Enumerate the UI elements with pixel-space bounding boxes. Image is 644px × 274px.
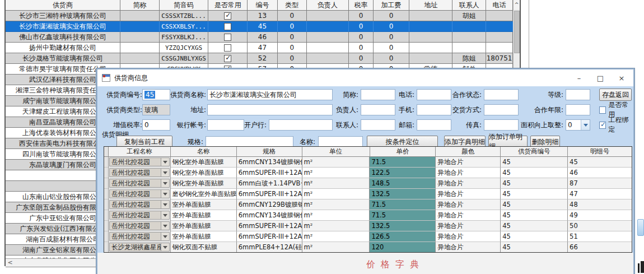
project-combobox[interactable]: 岳州北控花园: [109, 189, 170, 198]
chevron-down-icon[interactable]: [161, 222, 169, 230]
list-horizontal-scrollbar[interactable]: <: [6, 258, 99, 267]
chevron-down-icon[interactable]: [161, 211, 169, 219]
project-combobox[interactable]: 岳州北控花园: [109, 232, 170, 241]
checkbox-checked-icon[interactable]: [224, 12, 231, 20]
chevron-down-icon[interactable]: [161, 243, 169, 251]
grid-header-detail-no[interactable]: 明细号: [568, 147, 632, 157]
detail-grid-row[interactable]: 岳州北控花园室外单面贴膜6mmSUPER-III+12A(硅...m²126.5…: [104, 231, 632, 242]
scrollbar-thumb[interactable]: [514, 11, 520, 53]
grid-header-color[interactable]: 颜色: [436, 147, 501, 157]
area-round-up-combobox[interactable]: 0: [566, 119, 590, 131]
checkbox-icon[interactable]: [224, 23, 231, 30]
supplier-type-input[interactable]: 玻璃: [142, 104, 170, 115]
checkbox-icon[interactable]: [224, 44, 231, 52]
chevron-down-icon[interactable]: [161, 233, 169, 240]
supplier-row[interactable]: 佛山市亿鑫玻璃科技有限公司FSSYXBLKJ...46000: [6, 32, 513, 43]
cell-project-combobox[interactable]: 岳州北控花园: [109, 210, 171, 221]
delivery-method-input[interactable]: [484, 104, 519, 115]
chevron-down-icon[interactable]: [161, 158, 169, 166]
email-input[interactable]: [417, 119, 451, 131]
supplier-row[interactable]: 长沙晟格节能玻璃有限公司CSSGJNBLYXGS52000陈姐180751: [6, 53, 513, 64]
column-header-manager[interactable]: 负责人: [307, 0, 349, 11]
close-icon[interactable]: ×: [611, 69, 632, 86]
column-header-addr[interactable]: 地址: [409, 0, 453, 11]
detail-grid-row[interactable]: 岳州北控花园室外单面贴膜6mmCNY129B镀膜钢化m²71.5异地合片4548: [104, 199, 632, 210]
save-return-button[interactable]: 存盘返回: [599, 89, 632, 101]
project-combobox[interactable]: 岳州北控花园: [109, 221, 170, 230]
project-combobox[interactable]: 长沙龙湖祺鑫星座: [109, 243, 170, 252]
grid-header-spec[interactable]: 规格: [237, 147, 302, 157]
detail-grid-row[interactable]: 岳州北控花园磨砂钢化室外单面贴膜6mmSUPER-III+12A(硅...m²1…: [104, 189, 632, 199]
column-header-no[interactable]: 编号: [248, 0, 278, 11]
grid-header-price[interactable]: 单价: [370, 147, 436, 157]
column-header-abbr[interactable]: 简称: [120, 0, 160, 11]
scroll-up-icon[interactable]: ^: [514, 0, 520, 10]
grid-header-supplier-no[interactable]: 供货商编号: [501, 147, 568, 157]
cell-project-combobox[interactable]: 岳州北控花园: [109, 168, 171, 178]
cell-detail-no: 87: [568, 178, 632, 189]
detail-grid-row[interactable]: 岳州北控花园钢化室外单面贴膜6mmCNY134镀膜钢化m²71.5异地合片454…: [104, 157, 632, 168]
column-header-code[interactable]: 简音码: [160, 0, 209, 11]
chevron-down-icon[interactable]: [161, 179, 169, 187]
detail-grid-row[interactable]: 长沙龙湖祺鑫星座钢化双面不贴膜6mmPLE84+12A(硅酮胶...m²120异…: [104, 242, 632, 253]
column-header-common[interactable]: 是否常用: [208, 0, 248, 11]
project-combobox[interactable]: 岳州北控花园: [109, 179, 170, 188]
maximize-icon[interactable]: □: [590, 69, 611, 86]
project-bind-checkbox[interactable]: 工程绑定: [599, 119, 633, 131]
cell-project-combobox[interactable]: 岳州北控花园: [109, 231, 171, 242]
bank-account-input[interactable]: [207, 119, 244, 131]
checkbox-icon[interactable]: [224, 34, 231, 41]
project-combobox[interactable]: 岳州北控花园: [109, 157, 170, 166]
project-combobox[interactable]: 岳州北控花园: [109, 200, 170, 209]
detail-grid-row[interactable]: 岳州北控花园钢化室外单面贴膜6mm白玻+1.14PVB+6mm...m²148.…: [104, 178, 632, 189]
column-header-tax[interactable]: 税率: [349, 0, 374, 11]
cell-project-combobox[interactable]: 岳州北控花园: [109, 157, 171, 168]
grid-header-unit[interactable]: 单位: [302, 147, 370, 157]
project-combobox[interactable]: 岳州北控花园: [109, 168, 170, 177]
background-scrollbar-thumb[interactable]: [637, 219, 644, 236]
dialog-titlebar[interactable]: 供货商信息 – □ ×: [97, 69, 633, 86]
grid-header-project[interactable]: 工程名称: [109, 147, 171, 157]
bank-name-input[interactable]: [269, 119, 333, 131]
cell-project-combobox[interactable]: 岳州北控花园: [109, 189, 171, 199]
grade-input[interactable]: [566, 89, 590, 100]
column-header-type[interactable]: 类型: [278, 0, 307, 11]
common-use-checkbox[interactable]: 是否常用: [599, 104, 633, 115]
column-header-fee[interactable]: 加工费: [374, 0, 409, 11]
project-combobox[interactable]: 岳州北控花园: [109, 211, 170, 220]
minimize-icon[interactable]: –: [568, 69, 590, 86]
name-filter-input[interactable]: [318, 136, 363, 147]
coop-years-input[interactable]: [566, 104, 590, 115]
chevron-down-icon[interactable]: [581, 120, 590, 130]
column-header-phone[interactable]: 电话: [486, 0, 513, 11]
cell-color: 异地合片: [436, 199, 501, 210]
detail-grid-row[interactable]: 岳州北控花园室外单面贴膜6mmSUPER-III+12A(硅...m²132.5…: [104, 221, 632, 231]
chevron-down-icon[interactable]: [161, 169, 169, 177]
phone-input[interactable]: [417, 89, 451, 100]
contact-input[interactable]: [361, 119, 395, 131]
spec-filter-input[interactable]: [206, 136, 293, 147]
coop-status-input[interactable]: [484, 89, 519, 100]
address-input[interactable]: [207, 104, 333, 115]
cell-supplier-no: 45: [501, 231, 568, 242]
detail-grid-row[interactable]: 岳州北控花园钢化室外单面贴膜6mmSUPER-III+12A(硅...m²122…: [104, 168, 632, 178]
supplier-row[interactable]: 长沙市三湘特种玻璃有限公司CSSSXTZBL...13000胡姐: [6, 11, 513, 21]
checkbox-checked-icon[interactable]: [224, 55, 231, 62]
cell-project-combobox[interactable]: 岳州北控花园: [109, 221, 171, 231]
cell-project-combobox[interactable]: 岳州北控花园: [109, 178, 171, 189]
short-name-input[interactable]: [361, 89, 395, 100]
column-header-supplier[interactable]: 供货商: [6, 0, 120, 11]
mobile-input[interactable]: [417, 104, 451, 115]
grid-header-name[interactable]: 名称: [171, 147, 237, 157]
scroll-left-icon[interactable]: <: [6, 259, 15, 267]
supplier-name-input[interactable]: 长沙市潇湘玻璃实业有限公司: [207, 89, 333, 100]
chevron-down-icon[interactable]: [161, 190, 169, 198]
manager-input[interactable]: [361, 104, 395, 115]
cell-project-combobox[interactable]: 长沙龙湖祺鑫星座: [109, 242, 171, 253]
detail-grid-row[interactable]: 岳州北控花园室外单面贴膜6mmCNY134镀膜钢化m²71.5异地合片4549: [104, 210, 632, 221]
supplier-row[interactable]: 扬州中勤建材有限公司YZZQJCYXGS47000: [6, 43, 513, 53]
cell-project-combobox[interactable]: 岳州北控花园: [109, 199, 171, 210]
column-header-contact[interactable]: 联系人: [452, 0, 486, 11]
supplier-row[interactable]: 长沙市潇湘玻璃实业有限公司CSSXXBLSY...45000: [6, 21, 513, 32]
chevron-down-icon[interactable]: [161, 201, 169, 208]
